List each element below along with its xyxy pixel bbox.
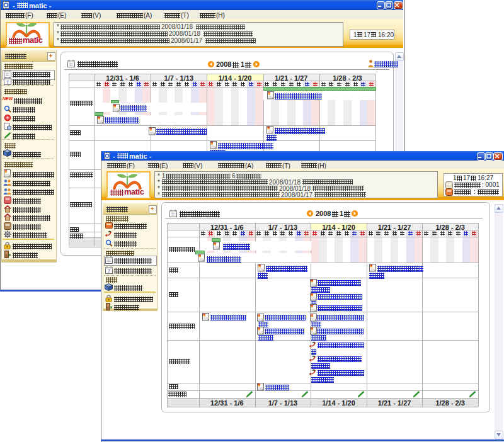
svg-text:7: 7 xyxy=(108,269,110,273)
svg-text:7: 7 xyxy=(6,80,9,84)
